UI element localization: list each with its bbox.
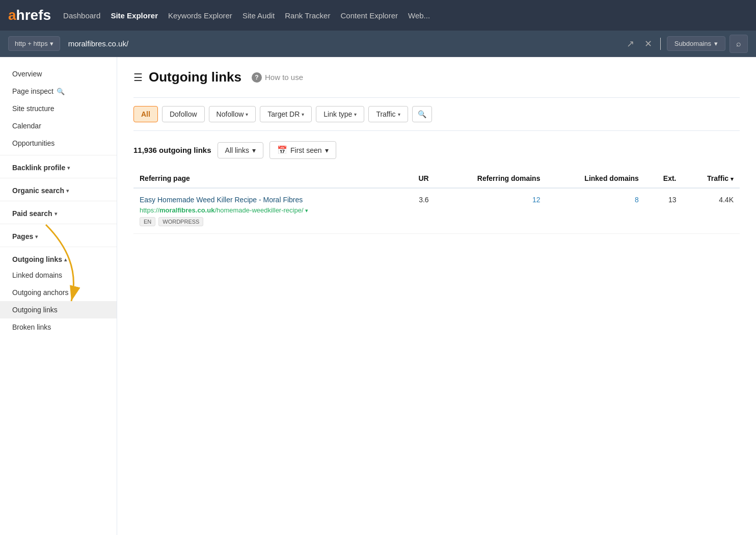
- nofollow-label: Nofollow: [217, 110, 244, 118]
- logo[interactable]: ahrefs: [8, 7, 51, 23]
- all-links-caret: ▾: [252, 146, 256, 154]
- filter-search-button[interactable]: 🔍: [412, 106, 432, 122]
- scope-button[interactable]: Subdomains ▾: [667, 36, 725, 51]
- nav-links: Dashboard Site Explorer Keywords Explore…: [63, 11, 430, 20]
- filter-target-dr-button[interactable]: Target DR ▾: [260, 106, 312, 122]
- main-content: ☰ Outgoing links ? How to use All Dofoll…: [117, 57, 756, 535]
- sidebar-divider-3: [0, 201, 117, 201]
- link-count: 11,936 outgoing links: [133, 146, 211, 154]
- traffic-sort-icon: ▾: [731, 176, 734, 182]
- referring-domains-link[interactable]: 12: [532, 196, 541, 204]
- th-traffic[interactable]: Traffic ▾: [683, 169, 740, 188]
- table-row: Easy Homemade Weed Killer Recipe - Moral…: [133, 188, 740, 234]
- referring-domains-label: Referring domains: [477, 174, 541, 182]
- protocol-label: http + https: [15, 40, 48, 47]
- nav-rank-tracker[interactable]: Rank Tracker: [285, 11, 330, 20]
- filter-traffic-button[interactable]: Traffic ▾: [368, 106, 408, 122]
- clear-icon[interactable]: ✕: [642, 36, 654, 51]
- target-dr-caret: ▾: [302, 112, 304, 117]
- sidebar-item-outgoing-anchors[interactable]: Outgoing anchors: [0, 284, 117, 301]
- badge-wordpress: WORDPRESS: [158, 217, 203, 226]
- backlink-profile-label: Backlink profile: [12, 164, 65, 172]
- cell-ext: 13: [645, 188, 683, 234]
- th-referring-page: Referring page: [133, 169, 401, 188]
- nav-site-audit[interactable]: Site Audit: [242, 11, 275, 20]
- nofollow-caret: ▾: [246, 112, 248, 117]
- linked-domains-link[interactable]: 8: [635, 196, 639, 204]
- sidebar-section-pages[interactable]: Pages ▾: [0, 227, 117, 244]
- sidebar-item-broken-links[interactable]: Broken links: [0, 318, 117, 336]
- sidebar-item-calendar[interactable]: Calendar: [0, 117, 117, 135]
- traffic-label: Traffic: [376, 110, 395, 118]
- nav-content-explorer[interactable]: Content Explorer: [340, 11, 398, 20]
- sidebar-item-opportunities[interactable]: Opportunities: [0, 135, 117, 152]
- th-referring-domains[interactable]: Referring domains: [435, 169, 547, 188]
- traffic-header-label: Traffic: [707, 174, 728, 182]
- url-actions: ↗ ✕: [625, 36, 654, 51]
- sidebar-section-outgoing-links[interactable]: Outgoing links ▴: [0, 250, 117, 266]
- link-type-caret: ▾: [354, 112, 357, 117]
- protocol-button[interactable]: http + https ▾: [8, 36, 60, 51]
- table-header: Referring page UR Referring domains Link…: [133, 169, 740, 188]
- sidebar-item-overview[interactable]: Overview: [0, 65, 117, 83]
- target-dr-label: Target DR: [267, 110, 300, 118]
- url-dropdown-icon[interactable]: ▾: [305, 207, 308, 213]
- sidebar-divider-2: [0, 178, 117, 178]
- how-to-use-button[interactable]: ? How to use: [252, 72, 303, 83]
- filter-link-type-button[interactable]: Link type ▾: [316, 106, 364, 122]
- filter-nofollow-button[interactable]: Nofollow ▾: [209, 106, 256, 122]
- pages-caret: ▾: [35, 234, 38, 239]
- referring-page-link[interactable]: Easy Homemade Weed Killer Recipe - Moral…: [140, 196, 395, 204]
- sidebar-item-outgoing-links[interactable]: Outgoing links: [0, 301, 117, 318]
- filter-dofollow-button[interactable]: Dofollow: [162, 106, 205, 122]
- sidebar: Overview Page inspect 🔍 Site structure C…: [0, 57, 117, 535]
- sidebar-item-site-structure[interactable]: Site structure: [0, 100, 117, 117]
- count-value: 11,936: [133, 146, 157, 154]
- hamburger-icon[interactable]: ☰: [133, 71, 143, 84]
- external-link-icon[interactable]: ↗: [625, 36, 636, 51]
- first-seen-label: First seen: [290, 146, 321, 154]
- scope-caret: ▾: [714, 40, 718, 47]
- logo-a: a: [8, 7, 16, 23]
- sidebar-section-backlink-profile[interactable]: Backlink profile ▾: [0, 158, 117, 175]
- sidebar-item-linked-domains[interactable]: Linked domains: [0, 266, 117, 284]
- nav-web[interactable]: Web...: [408, 11, 430, 20]
- url-input[interactable]: [64, 36, 620, 51]
- filter-bar: All Dofollow Nofollow ▾ Target DR ▾ Link…: [133, 97, 740, 131]
- th-linked-domains: Linked domains: [546, 169, 644, 188]
- how-to-use-label: How to use: [265, 73, 303, 82]
- help-circle-icon: ?: [252, 72, 262, 83]
- all-links-dropdown[interactable]: All links ▾: [218, 142, 263, 158]
- main-layout: Overview Page inspect 🔍 Site structure C…: [0, 57, 756, 535]
- page-inspect-search-icon: 🔍: [57, 88, 65, 95]
- paid-search-label: Paid search: [12, 209, 52, 218]
- table-body: Easy Homemade Weed Killer Recipe - Moral…: [133, 188, 740, 234]
- page-title: Outgoing links: [149, 69, 241, 85]
- search-button[interactable]: ⌕: [730, 35, 748, 53]
- scope-label: Subdomains: [674, 40, 711, 47]
- sidebar-section-organic-search[interactable]: Organic search ▾: [0, 181, 117, 198]
- badge-en: EN: [140, 217, 155, 226]
- page-header: ☰ Outgoing links ? How to use: [133, 69, 740, 85]
- logo-hrefs: hrefs: [16, 7, 51, 23]
- traffic-caret: ▾: [398, 112, 400, 117]
- paid-search-caret: ▾: [55, 211, 57, 217]
- nav-keywords-explorer[interactable]: Keywords Explorer: [168, 11, 232, 20]
- sidebar-divider-1: [0, 155, 117, 155]
- filter-all-button[interactable]: All: [133, 106, 158, 122]
- pages-label: Pages: [12, 232, 33, 240]
- search-bar: http + https ▾ ↗ ✕ Subdomains ▾ ⌕: [0, 31, 756, 57]
- calendar-icon: 📅: [277, 145, 287, 155]
- separator: [660, 38, 661, 50]
- badge-container: EN WORDPRESS: [140, 217, 395, 226]
- sub-toolbar: 11,936 outgoing links All links ▾ 📅 Firs…: [133, 141, 740, 159]
- cell-referring-page: Easy Homemade Weed Killer Recipe - Moral…: [133, 188, 401, 234]
- sidebar-divider-5: [0, 247, 117, 247]
- nav-dashboard[interactable]: Dashboard: [63, 11, 100, 20]
- cell-linked-domains: 8: [546, 188, 644, 234]
- first-seen-dropdown[interactable]: 📅 First seen ▾: [269, 141, 336, 159]
- outgoing-links-caret: ▴: [64, 257, 67, 262]
- nav-site-explorer[interactable]: Site Explorer: [111, 11, 158, 20]
- sidebar-item-page-inspect[interactable]: Page inspect 🔍: [0, 83, 117, 100]
- sidebar-section-paid-search[interactable]: Paid search ▾: [0, 204, 117, 221]
